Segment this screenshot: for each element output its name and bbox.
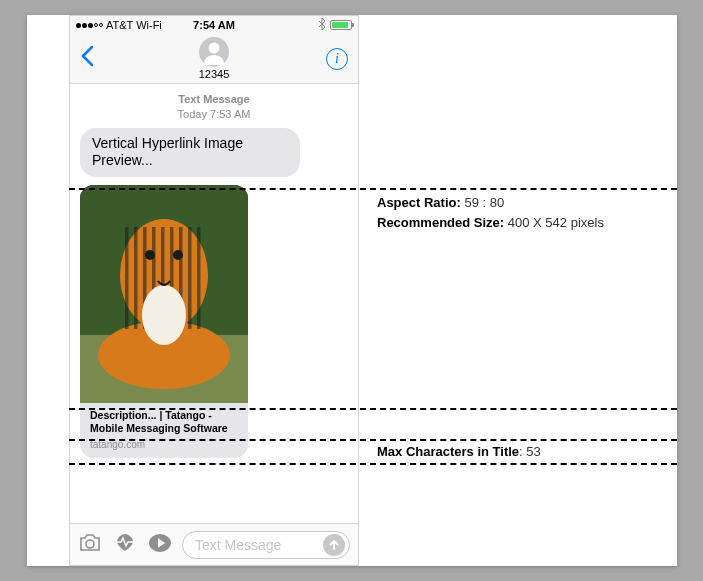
size-label: Recommended Size: bbox=[377, 215, 504, 230]
battery-icon bbox=[330, 20, 352, 30]
meta-time: Today 7:53 AM bbox=[178, 108, 251, 120]
meta-label: Text Message bbox=[80, 92, 348, 107]
size-value: 400 X 542 pixels bbox=[504, 215, 604, 230]
bluetooth-icon bbox=[318, 18, 326, 32]
guide-line bbox=[69, 439, 677, 441]
status-time: 7:54 AM bbox=[70, 19, 358, 31]
annotation-title: Max Characters in Title: 53 bbox=[377, 442, 541, 462]
send-button[interactable] bbox=[323, 534, 345, 556]
avatar-icon bbox=[199, 37, 229, 67]
maxchars-value: : 53 bbox=[519, 444, 541, 459]
conversation: Text Message Today 7:53 AM Vertical Hype… bbox=[70, 84, 358, 458]
svg-point-6 bbox=[142, 285, 186, 345]
compose-toolbar: Text Message bbox=[70, 523, 358, 565]
annotation-image: Aspect Ratio: 59 : 80 Recommended Size: … bbox=[377, 193, 604, 232]
status-right bbox=[318, 18, 352, 32]
ratio-label: Aspect Ratio: bbox=[377, 195, 461, 210]
status-bar: AT&T Wi-Fi 7:54 AM bbox=[70, 16, 358, 34]
digital-touch-icon[interactable] bbox=[112, 533, 138, 557]
svg-point-0 bbox=[209, 43, 220, 54]
svg-point-10 bbox=[86, 540, 94, 548]
svg-point-8 bbox=[173, 250, 183, 260]
maxchars-label: Max Characters in Title bbox=[377, 444, 519, 459]
link-preview-card[interactable]: Description... | Tatango - Mobile Messag… bbox=[80, 185, 248, 458]
svg-point-7 bbox=[145, 250, 155, 260]
guide-line bbox=[69, 408, 677, 410]
link-caption: Description... | Tatango - Mobile Messag… bbox=[80, 403, 248, 458]
apps-icon[interactable] bbox=[148, 533, 172, 557]
contact-header[interactable]: 12345 bbox=[70, 37, 358, 80]
message-meta: Text Message Today 7:53 AM bbox=[80, 92, 348, 122]
nav-bar: 12345 i bbox=[70, 34, 358, 84]
contact-number: 12345 bbox=[199, 68, 230, 80]
phone-frame: AT&T Wi-Fi 7:54 AM 12345 i bbox=[69, 15, 359, 566]
link-preview-image bbox=[80, 185, 248, 403]
guide-line bbox=[69, 463, 677, 465]
link-title: Description... | Tatango - Mobile Messag… bbox=[90, 409, 238, 436]
ratio-value: 59 : 80 bbox=[461, 195, 504, 210]
page-frame: AT&T Wi-Fi 7:54 AM 12345 i bbox=[27, 15, 677, 566]
compose-placeholder: Text Message bbox=[195, 537, 323, 553]
guide-line bbox=[69, 188, 677, 190]
compose-input[interactable]: Text Message bbox=[182, 531, 350, 559]
camera-icon[interactable] bbox=[78, 533, 102, 557]
message-bubble: Vertical Hyperlink Image Preview... bbox=[80, 128, 300, 177]
